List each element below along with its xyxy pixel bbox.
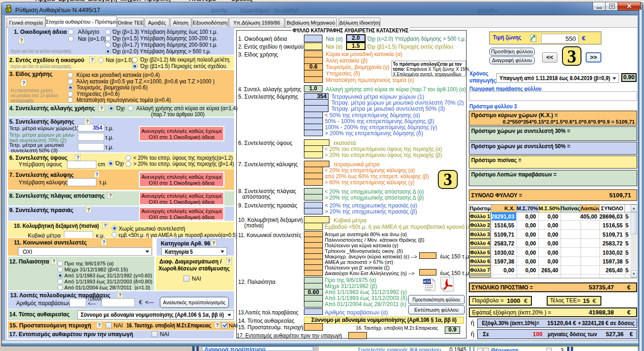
- svg-text:RTF: RTF: [423, 280, 431, 284]
